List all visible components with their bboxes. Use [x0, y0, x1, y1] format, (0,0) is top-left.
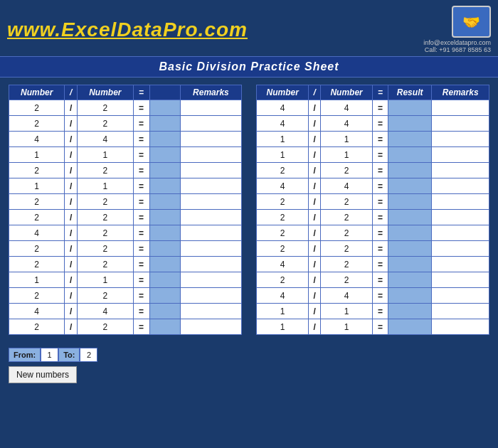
left-header-remarks: Remarks: [180, 85, 241, 100]
new-numbers-button[interactable]: New numbers: [9, 366, 77, 383]
right-op: /: [309, 147, 321, 163]
right-remarks[interactable]: [432, 116, 489, 132]
left-remarks[interactable]: [180, 225, 241, 241]
right-remarks[interactable]: [432, 100, 489, 116]
left-header-div: /: [65, 85, 78, 100]
left-result[interactable]: [149, 272, 180, 288]
left-result[interactable]: [149, 257, 180, 272]
right-remarks[interactable]: [432, 288, 489, 304]
left-result[interactable]: [149, 225, 180, 241]
left-result[interactable]: [149, 194, 180, 210]
contact-email: info@exceldatapro.com: [423, 39, 491, 46]
site-title: www.ExcelDataPro.com: [7, 18, 248, 41]
right-num2: 4: [320, 100, 372, 116]
right-remarks[interactable]: [432, 132, 489, 147]
left-result[interactable]: [149, 163, 180, 178]
right-op: /: [309, 288, 321, 304]
left-remarks[interactable]: [180, 272, 241, 288]
from-value: 1: [41, 348, 58, 362]
right-num2: 1: [320, 132, 372, 147]
left-op: /: [65, 163, 78, 178]
right-remarks[interactable]: [432, 210, 489, 225]
right-result[interactable]: [388, 304, 432, 319]
right-result[interactable]: [388, 100, 432, 116]
left-num1: 2: [9, 100, 65, 116]
right-result[interactable]: [388, 132, 432, 147]
right-result[interactable]: [388, 288, 432, 304]
left-op: /: [65, 178, 78, 194]
right-num2: 2: [320, 194, 372, 210]
left-remarks[interactable]: [180, 116, 241, 132]
right-num1: 2: [257, 194, 309, 210]
right-table-row: 2 / 2 =: [257, 163, 489, 178]
left-table: Number / Number = Remarks 2 / 2 = 2 / 2 …: [9, 85, 242, 335]
left-result[interactable]: [149, 319, 180, 335]
right-num2: 4: [320, 288, 372, 304]
right-result[interactable]: [388, 163, 432, 178]
right-remarks[interactable]: [432, 304, 489, 319]
left-remarks[interactable]: [180, 304, 241, 319]
right-result[interactable]: [388, 272, 432, 288]
right-result[interactable]: [388, 241, 432, 257]
left-num1: 4: [9, 225, 65, 241]
left-remarks[interactable]: [180, 288, 241, 304]
left-remarks[interactable]: [180, 163, 241, 178]
left-num2: 2: [78, 319, 133, 335]
right-num2: 2: [320, 210, 372, 225]
left-header-eq: =: [133, 85, 149, 100]
right-eq: =: [373, 304, 388, 319]
left-remarks[interactable]: [180, 100, 241, 116]
left-table-header-row: Number / Number = Remarks: [9, 85, 242, 100]
left-remarks[interactable]: [180, 257, 241, 272]
left-table-row: 1 / 1 =: [9, 178, 242, 194]
left-remarks[interactable]: [180, 241, 241, 257]
left-remarks[interactable]: [180, 132, 241, 147]
left-op: /: [65, 132, 78, 147]
right-remarks[interactable]: [432, 257, 489, 272]
left-result[interactable]: [149, 147, 180, 163]
left-remarks[interactable]: [180, 178, 241, 194]
right-result[interactable]: [388, 319, 432, 335]
left-remarks[interactable]: [180, 210, 241, 225]
left-op: /: [65, 225, 78, 241]
right-remarks[interactable]: [432, 178, 489, 194]
left-op: /: [65, 304, 78, 319]
left-remarks[interactable]: [180, 147, 241, 163]
left-op: /: [65, 100, 78, 116]
right-op: /: [309, 225, 321, 241]
left-result[interactable]: [149, 288, 180, 304]
right-op: /: [309, 319, 321, 335]
left-result[interactable]: [149, 178, 180, 194]
left-eq: =: [133, 304, 149, 319]
right-num1: 2: [257, 272, 309, 288]
left-result[interactable]: [149, 241, 180, 257]
subtitle-text: Basic Division Practice Sheet: [159, 60, 339, 73]
right-result[interactable]: [388, 178, 432, 194]
right-remarks[interactable]: [432, 225, 489, 241]
left-result[interactable]: [149, 116, 180, 132]
left-eq: =: [133, 257, 149, 272]
right-result[interactable]: [388, 225, 432, 241]
left-result[interactable]: [149, 210, 180, 225]
right-remarks[interactable]: [432, 272, 489, 288]
right-op: /: [309, 241, 321, 257]
left-table-row: 2 / 2 =: [9, 319, 242, 335]
right-result[interactable]: [388, 210, 432, 225]
left-op: /: [65, 116, 78, 132]
right-result[interactable]: [388, 257, 432, 272]
right-remarks[interactable]: [432, 319, 489, 335]
left-num2: 4: [78, 304, 133, 319]
left-result[interactable]: [149, 100, 180, 116]
right-remarks[interactable]: [432, 241, 489, 257]
right-remarks[interactable]: [432, 194, 489, 210]
right-result[interactable]: [388, 194, 432, 210]
right-result[interactable]: [388, 116, 432, 132]
left-result[interactable]: [149, 304, 180, 319]
left-remarks[interactable]: [180, 319, 241, 335]
left-result[interactable]: [149, 132, 180, 147]
right-result[interactable]: [388, 147, 432, 163]
right-remarks[interactable]: [432, 163, 489, 178]
left-remarks[interactable]: [180, 194, 241, 210]
right-remarks[interactable]: [432, 147, 489, 163]
left-table-row: 2 / 2 =: [9, 100, 242, 116]
